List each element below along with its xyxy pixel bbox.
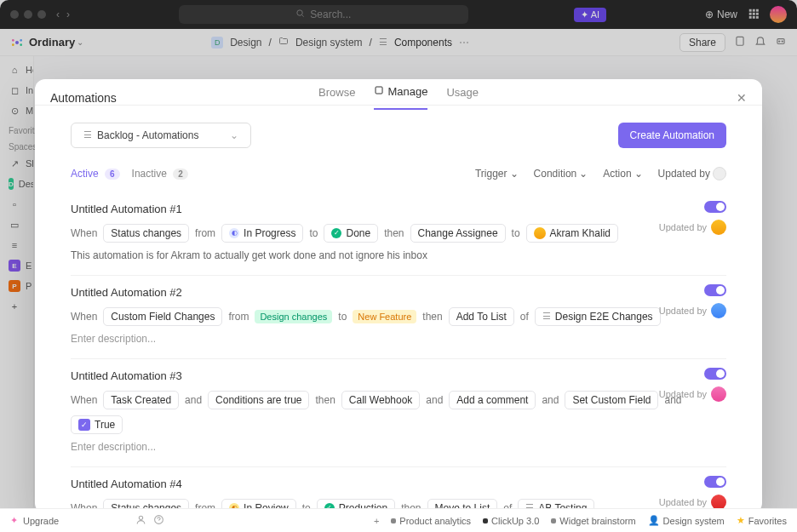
tab-usage[interactable]: Usage	[446, 85, 479, 110]
tab-browse[interactable]: Browse	[318, 85, 355, 110]
action-chip: Set Custom Field	[565, 391, 658, 409]
modal-overlay: Automations Browse Manage Usage ✕ ☰ Back…	[0, 0, 797, 532]
updated-by: Updated by	[659, 386, 726, 402]
automation-title: Untitled Automation #1	[71, 203, 726, 215]
footer: ✦ Upgrade + Product analytics ClickUp 3.…	[0, 508, 797, 532]
avatar-placeholder-icon	[713, 167, 726, 180]
user-avatar-icon	[711, 386, 726, 402]
chevron-down-icon: ⌄	[634, 168, 643, 180]
manage-icon	[374, 85, 384, 98]
automation-row[interactable]: Untitled Automation #3 When Task Created…	[71, 359, 726, 467]
from-tag: Design changes	[255, 310, 332, 323]
list-icon: ☰	[542, 311, 551, 322]
target-chip: ✓True	[71, 415, 123, 434]
user-avatar-icon	[711, 495, 726, 510]
doc-icon	[483, 518, 488, 523]
checkbox-icon: ✓	[78, 419, 90, 431]
list-selector[interactable]: ☰ Backlog - Automations ⌄	[71, 123, 251, 148]
target-chip: ☰Design E2E Changes	[535, 307, 661, 326]
action-chip: Call Webhook	[341, 391, 420, 409]
status-dot-icon: ◐	[229, 228, 239, 238]
footer-item[interactable]: Widget brainstorm	[551, 516, 635, 526]
automation-row[interactable]: Untitled Automation #2 When Custom Field…	[71, 276, 726, 359]
user-avatar-icon	[711, 220, 726, 235]
action-chip: Add To List	[449, 307, 514, 326]
svg-rect-20	[376, 87, 382, 94]
star-icon: ★	[737, 515, 745, 526]
list-icon: ☰	[83, 129, 92, 140]
trigger-chip: Custom Field Changes	[103, 307, 222, 326]
toggle-enabled[interactable]	[704, 476, 726, 488]
trigger-chip: Task Created	[103, 391, 179, 409]
automation-title: Untitled Automation #3	[71, 369, 726, 382]
condition-chip: Conditions are true	[208, 391, 309, 409]
modal-header: Automations Browse Manage Usage ✕	[35, 79, 762, 105]
automation-flow: When Custom Field Changes from Design ch…	[71, 307, 726, 326]
toggle-enabled[interactable]	[704, 201, 726, 213]
toggle-enabled[interactable]	[704, 284, 726, 296]
filter-trigger[interactable]: Trigger ⌄	[475, 168, 519, 180]
modal-title: Automations	[50, 91, 117, 105]
automation-description[interactable]: Enter description...	[71, 441, 726, 453]
filter-active[interactable]: Active 6	[71, 168, 120, 180]
sparkle-icon: ✦	[10, 515, 18, 526]
automation-title: Untitled Automation #2	[71, 286, 726, 299]
automations-modal: Automations Browse Manage Usage ✕ ☰ Back…	[35, 79, 762, 513]
chevron-down-icon: ⌄	[230, 129, 238, 141]
user-avatar-icon	[534, 227, 546, 239]
upgrade-button[interactable]: ✦ Upgrade	[10, 515, 59, 526]
to-tag: New Feature	[353, 310, 416, 323]
chevron-down-icon: ⌄	[579, 168, 588, 180]
automation-flow: When Status changes from ◐In Progress to…	[71, 224, 726, 243]
updated-by: Updated by	[659, 220, 726, 235]
doc-icon	[551, 518, 556, 523]
person-icon: 👤	[648, 515, 660, 526]
plus-icon[interactable]: +	[374, 516, 379, 526]
doc-icon	[391, 518, 396, 523]
automation-description[interactable]: Enter description...	[71, 333, 726, 345]
help-icon[interactable]	[153, 514, 164, 527]
svg-point-21	[140, 516, 143, 519]
to-chip: ✓Done	[324, 224, 378, 243]
automation-row[interactable]: Untitled Automation #1 When Status chang…	[71, 192, 726, 276]
modal-body: ☰ Backlog - Automations ⌄ Create Automat…	[35, 106, 762, 513]
filter-inactive[interactable]: Inactive 2	[132, 168, 188, 180]
chevron-down-icon: ⌄	[510, 168, 519, 180]
automation-title: Untitled Automation #4	[71, 478, 726, 490]
assignee-chip: Akram Khalid	[526, 224, 618, 243]
close-button[interactable]: ✕	[737, 91, 747, 105]
filter-updated-by[interactable]: Updated by	[658, 167, 726, 180]
check-dot-icon: ✓	[331, 228, 341, 238]
automation-flow: When Task Created and Conditions are tru…	[71, 391, 726, 434]
footer-item[interactable]: ClickUp 3.0	[483, 516, 539, 526]
user-avatar-icon	[711, 303, 726, 318]
updated-by: Updated by	[659, 495, 726, 510]
toggle-enabled[interactable]	[704, 368, 726, 380]
footer-item[interactable]: Product analytics	[391, 516, 471, 526]
user-icon[interactable]	[135, 514, 146, 527]
action-chip: Change Assignee	[410, 224, 506, 243]
footer-item[interactable]: 👤Design system	[648, 515, 725, 526]
modal-tabs: Browse Manage Usage	[318, 85, 479, 110]
from-chip: ◐In Progress	[221, 224, 303, 243]
updated-by: Updated by	[659, 303, 726, 318]
filters-row: Active 6 Inactive 2 Trigger ⌄ Condition …	[71, 167, 726, 180]
filter-condition[interactable]: Condition ⌄	[534, 168, 588, 180]
trigger-chip: Status changes	[103, 224, 189, 243]
tab-manage[interactable]: Manage	[374, 85, 427, 110]
action-chip: Add a comment	[449, 391, 536, 409]
automation-description: This automation is for Akram to actually…	[71, 249, 726, 261]
footer-favorites[interactable]: ★Favorites	[737, 515, 787, 526]
automation-row[interactable]: Untitled Automation #4 When Status chang…	[71, 467, 726, 513]
create-automation-button[interactable]: Create Automation	[618, 123, 726, 148]
filter-action[interactable]: Action ⌄	[603, 168, 642, 180]
